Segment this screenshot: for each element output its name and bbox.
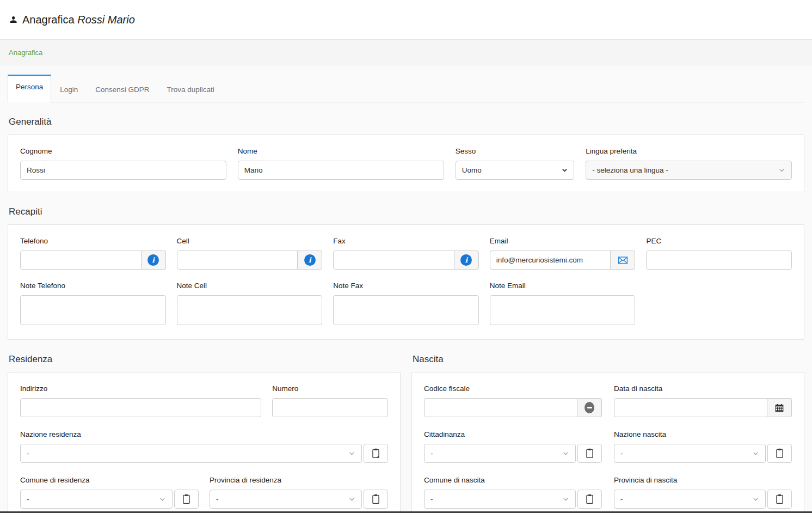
telefono-info-addon[interactable]: i (142, 251, 166, 270)
envelope-icon (618, 256, 628, 265)
email-input[interactable] (490, 251, 611, 270)
field-cognome: Cognome (20, 147, 226, 180)
tab-trova-duplicati[interactable]: Trova duplicati (158, 77, 223, 102)
residenza-column: Residenza Indirizzo Numero Nazione resid… (8, 340, 401, 513)
chevron-down-icon (348, 496, 355, 503)
field-email: Email (490, 237, 636, 270)
email-send-addon[interactable] (611, 251, 635, 270)
fax-label: Fax (333, 237, 479, 245)
codice-fiscale-calc-addon[interactable] (577, 398, 602, 417)
provincia-nascita-label: Provincia di nascita (614, 476, 792, 484)
breadcrumb: Anagrafica (0, 39, 812, 65)
data-di-nascita-calendar-addon[interactable] (767, 398, 792, 417)
cell-info-addon[interactable]: i (298, 251, 322, 270)
tab-consensi-gdpr[interactable]: Consensi GDPR (87, 77, 158, 102)
clipboard-icon (371, 494, 380, 504)
comune-residenza-label: Comune di residenza (20, 476, 199, 484)
telefono-label: Telefono (20, 237, 166, 245)
nazione-nascita-label: Nazione nascita (614, 430, 792, 438)
clipboard-icon (182, 494, 191, 504)
field-telefono: Telefono i (20, 237, 166, 270)
fax-input[interactable] (333, 251, 454, 270)
breadcrumb-item-anagrafica[interactable]: Anagrafica (9, 48, 42, 57)
field-note-cell: Note Cell (177, 282, 323, 327)
numero-input[interactable] (272, 398, 388, 417)
cell-label: Cell (177, 237, 323, 245)
spacer-column (646, 282, 792, 327)
tab-bar: Persona Login Consensi GDPR Trova duplic… (8, 75, 804, 102)
provincia-nascita-select[interactable]: - (614, 490, 766, 509)
fax-info-addon[interactable]: i (454, 251, 479, 270)
field-cell: Cell i (177, 237, 323, 270)
nazione-residenza-select[interactable]: - (20, 444, 362, 463)
comune-nascita-copy-button[interactable] (577, 490, 602, 509)
telefono-input[interactable] (20, 251, 142, 270)
provincia-nascita-copy-button[interactable] (767, 490, 792, 509)
nazione-residenza-label: Nazione residenza (20, 430, 388, 438)
comune-residenza-copy-button[interactable] (174, 490, 199, 509)
data-di-nascita-input[interactable] (614, 398, 767, 417)
minus-circle-icon (585, 402, 594, 413)
tab-login[interactable]: Login (51, 77, 87, 102)
cell-input[interactable] (177, 251, 298, 270)
field-note-email: Note Email (490, 282, 636, 327)
cittadinanza-copy-button[interactable] (577, 444, 602, 463)
app-header: Anagrafica Rossi Mario (0, 0, 812, 39)
field-indirizzo: Indirizzo (20, 384, 261, 417)
field-pec: PEC (646, 237, 792, 270)
nascita-column: Nascita Codice fiscale Data di nascita (411, 340, 804, 513)
nome-input[interactable] (238, 161, 444, 180)
field-provincia-residenza: Provincia di residenza - (210, 476, 388, 509)
sesso-select[interactable]: Uomo (456, 161, 574, 180)
codice-fiscale-label: Codice fiscale (424, 384, 602, 393)
codice-fiscale-input[interactable] (424, 398, 577, 417)
pec-label: PEC (646, 237, 792, 245)
cittadinanza-label: Cittadinanza (424, 430, 602, 438)
chevron-down-icon (562, 450, 569, 457)
lingua-preferita-select[interactable]: - seleziona una lingua - (586, 161, 792, 180)
section-title-recapiti: Recapiti (9, 206, 803, 217)
note-fax-textarea[interactable] (333, 295, 479, 325)
clipboard-icon (585, 448, 594, 459)
panel-generalita: Cognome Nome Sesso Uomo Lingua preferita (8, 135, 804, 192)
note-cell-textarea[interactable] (177, 295, 323, 325)
field-nazione-nascita: Nazione nascita - (614, 430, 792, 463)
cognome-label: Cognome (20, 147, 226, 155)
email-label: Email (490, 237, 636, 245)
nazione-nascita-copy-button[interactable] (767, 444, 792, 463)
chevron-down-icon (778, 167, 785, 174)
tab-persona[interactable]: Persona (8, 75, 51, 102)
field-numero: Numero (272, 384, 388, 417)
provincia-residenza-select[interactable]: - (210, 490, 362, 509)
field-codice-fiscale: Codice fiscale (424, 384, 602, 417)
nazione-nascita-select[interactable]: - (614, 444, 766, 463)
info-icon: i (304, 254, 316, 266)
section-title-generalita: Generalità (9, 117, 803, 127)
clipboard-icon (371, 448, 380, 459)
panel-recapiti: Telefono i Cell i Fax (8, 224, 804, 340)
chevron-down-icon (752, 496, 759, 503)
calendar-icon (774, 403, 784, 413)
person-name: Rossi Mario (77, 14, 135, 26)
info-icon: i (460, 254, 472, 266)
sesso-label: Sesso (456, 147, 574, 155)
provincia-residenza-copy-button[interactable] (364, 490, 388, 509)
indirizzo-input[interactable] (20, 398, 261, 417)
field-nome: Nome (238, 147, 444, 180)
note-telefono-label: Note Telefono (20, 282, 166, 290)
person-icon (9, 15, 17, 24)
note-cell-label: Note Cell (177, 282, 323, 290)
provincia-residenza-label: Provincia di residenza (210, 476, 388, 484)
cittadinanza-select[interactable]: - (424, 444, 576, 463)
comune-residenza-select[interactable]: - (20, 490, 173, 509)
clipboard-icon (775, 448, 784, 459)
comune-nascita-select[interactable]: - (424, 490, 576, 509)
panel-nascita: Codice fiscale Data di nascita (411, 372, 804, 513)
pec-input[interactable] (646, 251, 792, 270)
caret-down-icon (562, 167, 568, 173)
note-email-textarea[interactable] (490, 295, 636, 325)
nazione-residenza-copy-button[interactable] (364, 444, 388, 463)
cognome-input[interactable] (20, 161, 226, 180)
note-telefono-textarea[interactable] (20, 295, 166, 325)
numero-label: Numero (272, 384, 388, 393)
